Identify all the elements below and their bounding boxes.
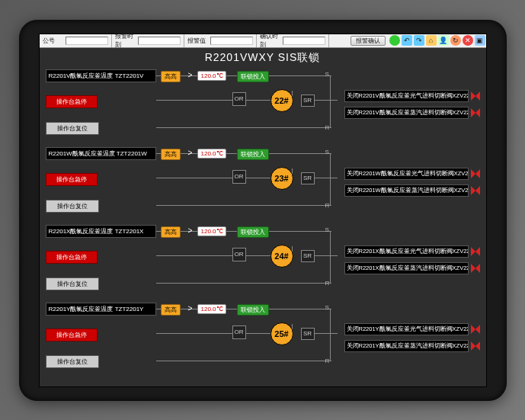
alarm-hh-pill: 高高 [161, 149, 181, 160]
menu-item-1[interactable]: 报警时刻 [112, 34, 184, 47]
setpoint-value: 120.0℃ [197, 149, 226, 159]
output-valve-tag: 关闭R2201Y酰氯反应釜光气进料切断阀XZV2201Y [344, 323, 469, 335]
alarm-hh-pill: 高高 [161, 226, 181, 238]
expand-icon[interactable]: ▣ [475, 35, 485, 46]
r-label: R [325, 357, 330, 364]
logic-col: 高高 > 120.0℃ 联锁投入 OR 23# S SR R [156, 147, 341, 217]
setpoint-value: 120.0℃ [197, 226, 226, 236]
sr-gate: SR [301, 95, 315, 107]
gt-symbol: > [188, 304, 193, 313]
gt-symbol: > [188, 71, 193, 79]
user-icon[interactable]: 👤 [438, 35, 449, 46]
alarm-hh-pill: 高高 [161, 304, 181, 316]
output-valve-tag: 关闭R2201Y酰氯反应釜蒸汽进料切断阀XZV2202Y [344, 340, 469, 352]
s-label: S [325, 149, 329, 155]
svg-marker-10 [471, 264, 475, 273]
interlock-on-pill[interactable]: 联锁投入 [237, 226, 269, 238]
estop-button[interactable]: 操作台急停 [46, 329, 98, 341]
home-icon[interactable]: ⌂ [426, 35, 437, 46]
menu-label: 报警时刻 [115, 32, 138, 49]
output-col: 关闭R2201X酰氯反应釜光气进料切断阀XZV2201X 关闭R2201X酰氯反… [341, 225, 480, 295]
output-valve-tag: 关闭R2201X酰氯反应釜蒸汽进料切断阀XZV2202X [344, 262, 469, 274]
valve-icon [471, 264, 480, 273]
reset-button[interactable]: 操作台复位 [46, 122, 99, 135]
valve-icon [471, 341, 480, 351]
screen: 公号 报警时刻 报警值 确认时刻 报警确认 ↶ ↷ ⌂ 👤 ↻ ✕ [39, 34, 487, 387]
interlock-row-2: R2201X酰氯反应釜温度 TZT2201X 操作台急停 操作台复位 高高 > … [46, 225, 480, 295]
output-valve-tag: 关闭R2201V酰氯反应釜蒸汽进料切断阀XZV2202V [344, 107, 469, 119]
svg-marker-8 [471, 247, 475, 256]
alarm-hh-pill: 高高 [161, 71, 181, 82]
output-line-2: 关闭R2201V酰氯反应釜蒸汽进料切断阀XZV2202V [344, 107, 480, 119]
estop-button[interactable]: 操作台急停 [46, 95, 98, 108]
svg-marker-0 [471, 91, 475, 101]
output-col: 关闭R2201Y酰氯反应釜光气进料切断阀XZV2201Y 关闭R2201Y酰氯反… [341, 303, 480, 373]
menu-field[interactable] [210, 37, 253, 45]
menu-field[interactable] [283, 37, 325, 45]
sr-gate: SR [301, 328, 315, 340]
valve-icon [471, 91, 480, 101]
output-line-2: 关闭R2201X酰氯反应釜蒸汽进料切断阀XZV2202X [344, 262, 480, 274]
output-valve-tag: 关闭R2201V酰氯反应釜光气进料切断阀XZV2201V [344, 90, 469, 102]
interlock-number: 22# [271, 89, 293, 112]
interlock-on-pill[interactable]: 联锁投入 [237, 304, 269, 316]
reset-button[interactable]: 操作台复位 [46, 277, 99, 290]
output-line-1: 关闭R2201W酰氯反应釜光气进料切断阀XZV2201W [344, 168, 480, 180]
output-line-1: 关闭R2201X酰氯反应釜光气进料切断阀XZV2201X [344, 245, 480, 258]
estop-button[interactable]: 操作台急停 [46, 173, 98, 186]
s-label: S [325, 304, 329, 311]
svg-marker-7 [475, 186, 480, 195]
svg-marker-15 [475, 341, 480, 351]
left-col: R2201Y酰氯反应釜温度 TZT2201Y 操作台急停 操作台复位 [46, 303, 156, 373]
status-green-icon [389, 35, 400, 46]
r-label: R [325, 280, 330, 287]
interlock-number: 24# [271, 245, 293, 268]
valve-icon [471, 325, 480, 334]
svg-marker-12 [471, 325, 475, 334]
menu-item-2[interactable]: 报警值 [184, 34, 257, 47]
alarm-ack-button[interactable]: 报警确认 [351, 36, 386, 46]
s-label: S [325, 71, 329, 78]
menu-label: 公号 [43, 37, 66, 45]
interlock-row-1: R2201W酰氯反应釜温度 TZT2201W 操作台急停 操作台复位 高高 > … [46, 147, 480, 217]
refresh-icon[interactable]: ↻ [450, 35, 461, 46]
close-icon[interactable]: ✕ [463, 35, 473, 46]
reset-button[interactable]: 操作台复位 [46, 200, 99, 213]
output-line-2: 关闭R2201Y酰氯反应釜蒸汽进料切断阀XZV2202Y [344, 340, 480, 352]
menu-label: 报警值 [187, 37, 210, 45]
left-col: R2201X酰氯反应釜温度 TZT2201X 操作台急停 操作台复位 [46, 225, 156, 295]
svg-marker-4 [471, 169, 475, 178]
valve-icon [471, 169, 480, 178]
left-col: R2201W酰氯反应釜温度 TZT2201W 操作台急停 操作台复位 [46, 147, 156, 217]
sensor-tag: R2201W酰氯反应釜温度 TZT2201W [46, 147, 156, 160]
menu-item-3[interactable]: 确认时刻 [257, 34, 329, 47]
sensor-tag: R2201V酰氯反应釜温度 TZT2201V [46, 69, 156, 82]
interlock-on-pill[interactable]: 联锁投入 [237, 71, 269, 82]
logic-col: 高高 > 120.0℃ 联锁投入 OR 24# S SR R [156, 225, 341, 295]
output-col: 关闭R2201W酰氯反应釜光气进料切断阀XZV2201W 关闭R2201W酰氯反… [341, 147, 480, 217]
menu-item-0[interactable]: 公号 [40, 34, 112, 47]
menu-field[interactable] [66, 37, 108, 45]
sensor-tag: R2201Y酰氯反应釜温度 TZT2201Y [46, 303, 156, 316]
svg-marker-13 [475, 325, 480, 334]
or-gate: OR [232, 92, 246, 106]
interlock-number: 25# [271, 322, 293, 345]
interlock-on-pill[interactable]: 联锁投入 [237, 149, 269, 160]
r-label: R [325, 202, 330, 209]
menu-field[interactable] [138, 37, 181, 45]
or-gate: OR [232, 325, 246, 339]
back-icon[interactable]: ↶ [402, 35, 412, 46]
page-title: R2201VWXY SIS联锁 [40, 48, 486, 66]
reset-button[interactable]: 操作台复位 [46, 355, 99, 368]
setpoint-value: 120.0℃ [197, 71, 226, 81]
tablet-frame: 公号 报警时刻 报警值 确认时刻 报警确认 ↶ ↷ ⌂ 👤 ↻ ✕ [19, 20, 507, 401]
s-label: S [325, 226, 329, 233]
svg-marker-6 [471, 186, 475, 195]
estop-button[interactable]: 操作台急停 [46, 251, 98, 264]
sr-gate: SR [301, 172, 315, 184]
forward-icon[interactable]: ↷ [414, 35, 424, 46]
svg-marker-11 [475, 264, 480, 273]
sr-gate: SR [301, 250, 315, 262]
svg-marker-14 [471, 341, 475, 351]
r-label: R [325, 124, 330, 131]
